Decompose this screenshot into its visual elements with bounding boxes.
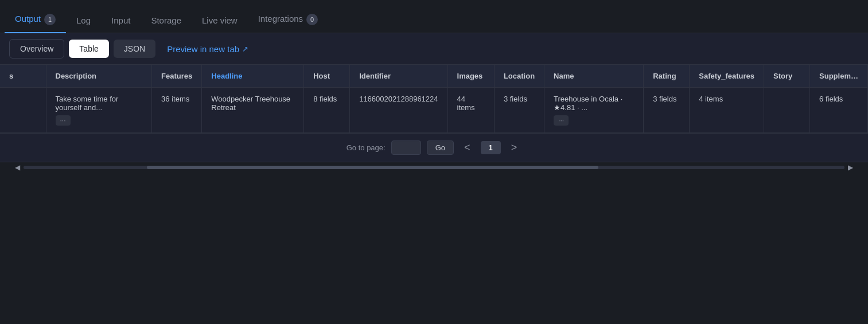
scroll-left-arrow[interactable]: ◀ [11, 163, 24, 171]
cell-images: 44 items [447, 88, 494, 133]
preview-in-new-tab-link[interactable]: Preview in new tab ↗ [167, 44, 248, 54]
table-button[interactable]: Table [69, 40, 108, 58]
cell-identifier: 1166002021288961224 [350, 88, 447, 133]
cell-location: 3 fields [494, 88, 544, 133]
data-table: s Description Features Headline Host Ide… [0, 65, 868, 133]
json-button[interactable]: JSON [114, 40, 155, 58]
cell-s [0, 88, 46, 133]
tab-integrations-badge: 0 [306, 14, 318, 25]
toolbar: Overview Table JSON Preview in new tab ↗ [0, 33, 868, 65]
tab-storage[interactable]: Storage [141, 9, 192, 33]
cell-features: 36 items [152, 88, 202, 133]
go-button[interactable]: Go [427, 140, 454, 155]
cell-safety-features: 4 items [690, 88, 764, 133]
col-header-description: Description [46, 65, 152, 88]
col-header-features: Features [152, 65, 202, 88]
tab-integrations[interactable]: Integrations0 [248, 7, 328, 33]
col-header-host: Host [304, 65, 350, 88]
table-header-row: s Description Features Headline Host Ide… [0, 65, 868, 88]
tab-live-view[interactable]: Live view [192, 9, 248, 33]
prev-page-button[interactable]: < [460, 140, 475, 155]
tab-log[interactable]: Log [66, 9, 101, 33]
cell-headline: Woodpecker Treehouse Retreat [202, 88, 304, 133]
col-header-name: Name [544, 65, 644, 88]
horizontal-scrollbar[interactable]: ◀ ▶ [0, 162, 868, 172]
cell-description: Take some time for yourself and... ··· [46, 88, 152, 133]
col-header-rating: Rating [644, 65, 690, 88]
page-number-input[interactable] [391, 140, 421, 155]
cell-host: 8 fields [304, 88, 350, 133]
tab-output-badge: 1 [44, 14, 56, 25]
next-page-button[interactable]: > [507, 140, 522, 155]
scroll-right-arrow[interactable]: ▶ [844, 163, 857, 171]
go-to-page-label: Go to page: [347, 143, 386, 152]
name-more-button[interactable]: ··· [554, 115, 569, 126]
col-header-identifier: Identifier [350, 65, 447, 88]
description-more-button[interactable]: ··· [56, 115, 71, 126]
scrollbar-thumb[interactable] [147, 166, 598, 169]
table-row: Take some time for yourself and... ··· 3… [0, 88, 868, 133]
col-header-headline: Headline [202, 65, 304, 88]
current-page: 1 [481, 141, 501, 154]
col-header-images: Images [447, 65, 494, 88]
col-header-supplement: Supplem… [810, 65, 868, 88]
tab-bar: Output1 Log Input Storage Live view Inte… [0, 0, 868, 33]
cell-name: Treehouse in Ocala · ★4.81 · ... ··· [544, 88, 644, 133]
cell-supplement: 6 fields [810, 88, 868, 133]
col-header-s: s [0, 65, 46, 88]
table-wrapper[interactable]: s Description Features Headline Host Ide… [0, 65, 868, 133]
scrollbar-track[interactable] [24, 166, 844, 169]
tab-output[interactable]: Output1 [5, 7, 66, 33]
col-header-location: Location [494, 65, 544, 88]
pagination-bar: Go to page: Go < 1 > [0, 133, 868, 162]
external-link-icon: ↗ [242, 45, 248, 53]
overview-button[interactable]: Overview [9, 39, 64, 58]
cell-rating: 3 fields [644, 88, 690, 133]
cell-story [764, 88, 810, 133]
col-header-safety-features: Safety_features [690, 65, 764, 88]
tab-input[interactable]: Input [101, 9, 141, 33]
col-header-story: Story [764, 65, 810, 88]
